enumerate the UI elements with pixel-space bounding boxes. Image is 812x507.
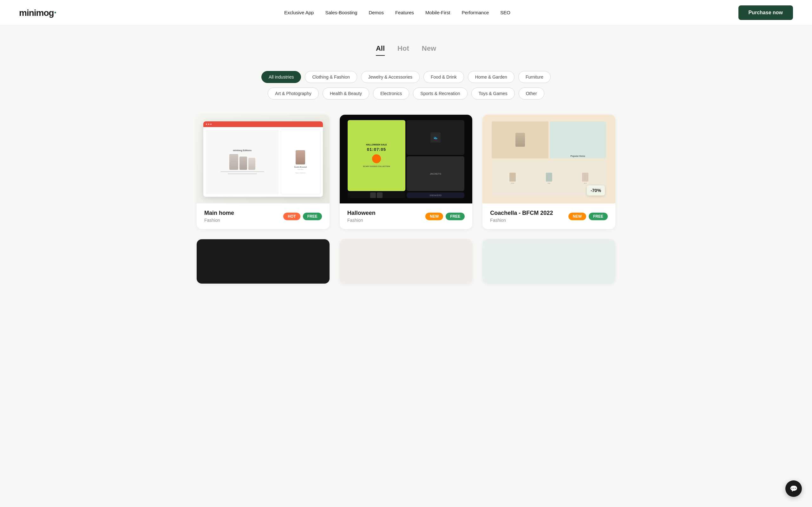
filters-section: All industries Clothing & Fashion Jewelr…: [197, 71, 615, 100]
filter-furniture[interactable]: Furniture: [518, 71, 551, 83]
halloween-sublabel: SCARY GOODS COLLECTION: [363, 165, 390, 167]
badge-free-2: FREE: [446, 213, 465, 220]
card-halloween-info: Halloween Fashion NEW FREE: [340, 204, 473, 229]
card-coachella-image: Popular Items shoe bag: [483, 115, 615, 204]
filter-toys-games[interactable]: Toys & Games: [471, 88, 515, 100]
filter-jewelry-accessories[interactable]: Jewelry & Accessories: [361, 71, 420, 83]
purchase-button[interactable]: Purchase now: [739, 5, 793, 20]
filter-art-photography[interactable]: Art & Photography: [268, 88, 318, 100]
logo[interactable]: minimog·: [19, 7, 56, 18]
badge-new: NEW: [425, 213, 443, 220]
card-main-home-text: Main home Fashion: [204, 210, 234, 223]
nav-seo[interactable]: SEO: [500, 10, 510, 15]
filter-clothing-fashion[interactable]: Clothing & Fashion: [305, 71, 357, 83]
filter-electronics[interactable]: Electronics: [373, 88, 409, 100]
card-main-home-info: Main home Fashion HOT FREE: [197, 204, 329, 229]
nav-performance[interactable]: Performance: [461, 10, 489, 15]
main-content: All Hot New All industries Clothing & Fa…: [184, 25, 628, 302]
filter-home-garden[interactable]: Home & Garden: [468, 71, 514, 83]
filter-food-drink[interactable]: Food & Drink: [423, 71, 464, 83]
main-nav: Exclusive App Sales-Boosting Demos Featu…: [284, 10, 510, 15]
card-halloween-badges: NEW FREE: [425, 213, 465, 220]
partial-card-2[interactable]: [340, 239, 473, 284]
partial-cards-row: [197, 239, 615, 284]
card-main-home-image: minimog Editions Double Breasted: [197, 115, 329, 204]
filter-health-beauty[interactable]: Health & Beauty: [322, 88, 369, 100]
card-coachella-info: Coachella - BFCM 2022 Fashion NEW FREE: [483, 204, 615, 229]
partial-card-1[interactable]: [197, 239, 329, 284]
cards-grid: minimog Editions Double Breasted: [197, 115, 615, 229]
card-halloween-subtitle: Fashion: [347, 218, 375, 223]
card-coachella[interactable]: Popular Items shoe bag: [483, 115, 615, 229]
coachella-discount: -70%: [587, 185, 605, 195]
filter-sports-recreation[interactable]: Sports & Recreation: [413, 88, 467, 100]
halloween-timer: 01:07:05: [367, 147, 386, 152]
card-coachella-badges: NEW FREE: [568, 213, 608, 220]
card-halloween-title: Halloween: [347, 210, 375, 216]
card-halloween[interactable]: HALLOWEEN SALE 01:07:05 SCARY GOODS COLL…: [340, 115, 473, 229]
filter-all-industries[interactable]: All industries: [261, 71, 301, 83]
card-main-home-badges: HOT FREE: [283, 213, 322, 220]
filter-row-1: All industries Clothing & Fashion Jewelr…: [261, 71, 551, 83]
partial-card-3[interactable]: [483, 239, 615, 284]
nav-sales-boosting[interactable]: Sales-Boosting: [325, 10, 357, 15]
card-coachella-subtitle: Fashion: [490, 218, 553, 223]
badge-free-3: FREE: [589, 213, 608, 220]
tab-new[interactable]: New: [422, 44, 436, 56]
badge-hot: HOT: [283, 213, 300, 220]
tab-group: All Hot New: [197, 44, 615, 56]
card-halloween-image: HALLOWEEN SALE 01:07:05 SCARY GOODS COLL…: [340, 115, 473, 204]
tab-all[interactable]: All: [376, 44, 385, 56]
nav-mobile-first[interactable]: Mobile-First: [425, 10, 450, 15]
nav-features[interactable]: Features: [395, 10, 414, 15]
card-halloween-text: Halloween Fashion: [347, 210, 375, 223]
header: minimog· Exclusive App Sales-Boosting De…: [0, 0, 812, 25]
card-coachella-text: Coachella - BFCM 2022 Fashion: [490, 210, 553, 223]
badge-free: FREE: [303, 213, 322, 220]
card-main-home-title: Main home: [204, 210, 234, 216]
card-main-home[interactable]: minimog Editions Double Breasted: [197, 115, 329, 229]
filter-row-2: Art & Photography Health & Beauty Electr…: [268, 88, 544, 100]
nav-exclusive-app[interactable]: Exclusive App: [284, 10, 314, 15]
filter-other[interactable]: Other: [519, 88, 544, 100]
card-coachella-title: Coachella - BFCM 2022: [490, 210, 553, 216]
halloween-label: HALLOWEEN SALE: [366, 144, 387, 146]
nav-demos[interactable]: Demos: [368, 10, 384, 15]
badge-new-2: NEW: [568, 213, 586, 220]
tab-hot[interactable]: Hot: [397, 44, 409, 56]
card-main-home-subtitle: Fashion: [204, 218, 234, 223]
